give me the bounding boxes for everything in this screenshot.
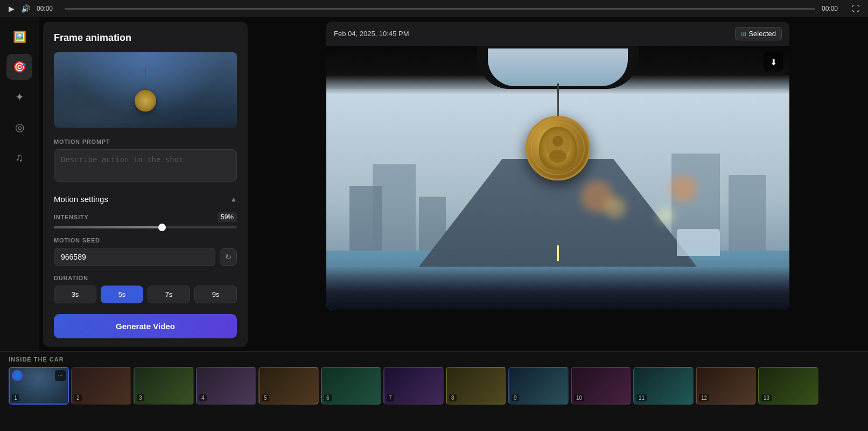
fullscreen-icon[interactable]: ⛶ (852, 4, 859, 13)
medal-thumb (135, 90, 156, 112)
duration-9s[interactable]: 9s (194, 286, 237, 303)
thumbnail-preview (54, 52, 237, 128)
sidebar-item-mask[interactable]: ◎ (6, 114, 32, 140)
intensity-slider[interactable] (54, 226, 237, 228)
generate-button[interactable]: Generate Video (54, 314, 237, 338)
seed-row: ↻ (54, 248, 237, 266)
time-right: 00:00 (822, 5, 843, 12)
intensity-value: 59% (218, 212, 237, 222)
film-thumb-3[interactable]: 3 (134, 367, 194, 405)
thumb-num-9: 9 (512, 394, 519, 401)
medal (526, 116, 590, 180)
seed-refresh-button[interactable]: ↻ (220, 248, 237, 266)
medal-ring (531, 121, 585, 175)
slider-fill (54, 226, 162, 228)
sidebar-item-motion[interactable]: 🎯 (6, 54, 32, 80)
filmstrip-area: INSIDE THE CAR 👤 ··· 1 2 3 4 5 (0, 351, 868, 431)
intensity-header: INTENSITY 59% (54, 212, 237, 222)
motion-settings-header[interactable]: Motion settings ▲ (54, 194, 237, 204)
duration-7s[interactable]: 7s (148, 286, 190, 303)
intensity-setting: INTENSITY 59% (54, 212, 237, 228)
video-main-frame: ⬇ (326, 46, 789, 310)
duration-buttons: 3s 5s 7s 9s (54, 286, 237, 303)
video-timestamp: Feb 04, 2025, 10:45 PM (334, 30, 409, 38)
thumb-num-8: 8 (449, 394, 457, 401)
selected-badge-label: Selected (748, 30, 776, 38)
video-card: Feb 04, 2025, 10:45 PM ⊞ Selected (326, 22, 789, 310)
medal-string-small (145, 68, 146, 79)
seed-input[interactable] (54, 248, 215, 266)
thumb-num-2: 2 (74, 394, 82, 401)
selected-badge[interactable]: ⊞ Selected (735, 27, 782, 40)
film-thumb-6[interactable]: 6 (321, 367, 381, 405)
thumb-num-1: 1 (12, 394, 19, 401)
sidebar-item-transform[interactable]: ✦ (6, 84, 32, 110)
video-card-header: Feb 04, 2025, 10:45 PM ⊞ Selected (326, 22, 789, 46)
motion-settings-title: Motion settings (54, 194, 108, 204)
thumb-num-11: 11 (636, 394, 647, 401)
chevron-up-icon: ▲ (230, 196, 237, 203)
motion-seed-label: MOTION SEED (54, 237, 237, 244)
thumb-avatar-1: 👤 (12, 370, 23, 381)
thumb-num-13: 13 (761, 394, 772, 401)
top-bar: ▶ 🔊 00:00 00:00 ⛶ (0, 0, 868, 17)
main-content: 🖼️ 🎯 ✦ ◎ ♫ Frame animation MOTION PROMPT… (0, 17, 868, 351)
play-icon[interactable]: ▶ (9, 4, 15, 13)
sidebar-item-image[interactable]: 🖼️ (6, 24, 32, 50)
film-thumb-2[interactable]: 2 (71, 367, 131, 405)
slider-thumb[interactable] (158, 224, 166, 231)
film-thumb-13[interactable]: 13 (758, 367, 818, 405)
thumb-num-6: 6 (324, 394, 332, 401)
film-thumb-9[interactable]: 9 (508, 367, 569, 405)
thumb-menu-1[interactable]: ··· (55, 370, 66, 381)
thumb-num-5: 5 (262, 394, 269, 401)
panel-title: Frame animation (54, 32, 237, 44)
film-thumb-8[interactable]: 8 (446, 367, 506, 405)
film-thumb-1[interactable]: 👤 ··· 1 (9, 367, 69, 405)
film-thumb-12[interactable]: 12 (696, 367, 756, 405)
bokeh-2 (604, 197, 626, 218)
filmstrip-label: INSIDE THE CAR (9, 356, 859, 363)
selected-badge-icon: ⊞ (741, 30, 746, 38)
time-left: 00:00 (37, 5, 58, 12)
thumb-num-10: 10 (574, 394, 584, 401)
video-scene (326, 46, 789, 310)
rearview-mirror (477, 46, 639, 89)
filmstrip[interactable]: 👤 ··· 1 2 3 4 5 6 7 (9, 367, 859, 405)
film-thumb-11[interactable]: 11 (633, 367, 694, 405)
film-thumb-5[interactable]: 5 (258, 367, 319, 405)
motion-prompt-input[interactable] (54, 149, 237, 182)
medal-cord (557, 84, 559, 116)
thumb-num-7: 7 (387, 394, 394, 401)
download-button[interactable]: ⬇ (764, 52, 783, 72)
medal-container (526, 84, 590, 180)
thumb-num-12: 12 (699, 394, 709, 401)
car-left (677, 229, 720, 256)
sidebar-item-audio[interactable]: ♫ (6, 144, 32, 170)
thumb-num-3: 3 (137, 394, 144, 401)
duration-3s[interactable]: 3s (54, 286, 96, 303)
volume-icon[interactable]: 🔊 (21, 4, 30, 13)
bokeh-4 (657, 207, 674, 224)
left-panel: Frame animation MOTION PROMPT Motion set… (43, 22, 248, 347)
film-thumb-10[interactable]: 10 (571, 367, 631, 405)
road-line (557, 245, 559, 261)
motion-prompt-label: MOTION PROMPT (54, 138, 237, 145)
thumb-num-4: 4 (199, 394, 207, 401)
download-icon: ⬇ (770, 57, 777, 67)
bokeh-3 (670, 175, 697, 202)
progress-bar[interactable] (65, 8, 815, 10)
dashboard-area (326, 267, 789, 310)
rearview-mirror-glass (488, 48, 628, 86)
duration-label: DURATION (54, 275, 237, 281)
duration-5s[interactable]: 5s (101, 286, 143, 303)
mirror-city (488, 48, 628, 86)
video-area: Feb 04, 2025, 10:45 PM ⊞ Selected (252, 17, 868, 351)
thumbnail-inner (54, 52, 237, 128)
film-thumb-7[interactable]: 7 (383, 367, 444, 405)
film-thumb-4[interactable]: 4 (196, 367, 256, 405)
sidebar: 🖼️ 🎯 ✦ ◎ ♫ (0, 17, 39, 351)
intensity-label: INTENSITY (54, 214, 89, 220)
